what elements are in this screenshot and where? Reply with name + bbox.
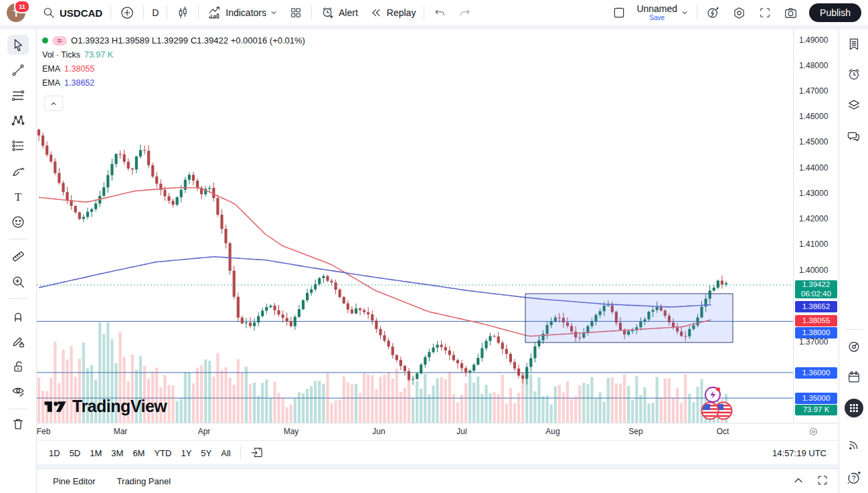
panel-maximize-button[interactable]	[816, 474, 829, 490]
replay-button[interactable]: Replay	[363, 3, 422, 23]
chat-button[interactable]	[844, 126, 864, 146]
quick-search-button[interactable]	[700, 3, 726, 23]
tradingview-app: T 11 USDCAD D Indicators	[0, 0, 868, 493]
price-tick: 1.48000	[799, 61, 828, 70]
remove-drawings-tool[interactable]	[7, 413, 29, 433]
smiley-icon	[11, 215, 25, 229]
chart-style-button[interactable]	[170, 3, 195, 23]
projection-tool[interactable]	[7, 136, 29, 156]
settings-button[interactable]	[726, 3, 752, 23]
ema1-value: 1.38055	[64, 64, 94, 74]
ohlc-open: 1.39323	[78, 35, 109, 45]
month-tick: Jun	[372, 427, 385, 436]
measure-tool[interactable]	[7, 246, 29, 266]
month-tick: Feb	[37, 427, 51, 436]
compare-add-button[interactable]	[114, 3, 141, 23]
trend-line-tool[interactable]	[7, 60, 29, 80]
unlock-icon	[11, 359, 25, 374]
interval-button[interactable]: D	[147, 3, 164, 23]
price-tick: 1.47000	[799, 86, 828, 96]
month-tick: Jul	[456, 427, 466, 436]
range-button-3m[interactable]: 3M	[107, 445, 127, 461]
pattern-tool[interactable]	[7, 110, 29, 130]
emoji-tool[interactable]	[7, 212, 29, 232]
range-button-5y[interactable]: 5Y	[197, 445, 215, 461]
help-button[interactable]: ?	[844, 468, 864, 488]
zoom-in-tool[interactable]	[7, 272, 29, 292]
panel-expand-button[interactable]	[792, 474, 805, 490]
alert-button[interactable]: Alert	[315, 3, 363, 23]
price-tick: 1.40000	[799, 266, 828, 275]
tab-trading-panel[interactable]: Trading Panel	[112, 472, 176, 490]
select-layout-button[interactable]	[607, 3, 631, 23]
range-button-ytd[interactable]: YTD	[150, 445, 175, 461]
pencil-lock-icon	[11, 334, 25, 349]
lock-all-drawings-tool[interactable]	[7, 357, 29, 377]
trend-line-icon	[11, 63, 25, 78]
calendar-button[interactable]	[844, 367, 864, 387]
range-button-1d[interactable]: 1D	[45, 445, 64, 461]
fib-retracement-tool[interactable]	[7, 86, 29, 106]
chart-canvas[interactable]: TradingView ≈ O1.39323 H1.39589 L1.39299…	[37, 29, 793, 423]
cursor-tool[interactable]	[7, 35, 29, 55]
user-avatar[interactable]: T 11	[7, 3, 25, 22]
object-tree-button[interactable]	[844, 95, 864, 115]
go-to-date-icon	[250, 446, 264, 459]
cursor-icon	[11, 37, 25, 52]
apps-menu-button[interactable]	[844, 398, 864, 418]
indicators-icon	[207, 5, 222, 21]
redo-button[interactable]	[452, 3, 478, 23]
layout-templates-button[interactable]	[283, 3, 309, 23]
gear-icon	[808, 426, 819, 437]
price-tick: 1.41000	[799, 239, 828, 249]
screener-button[interactable]	[844, 336, 864, 357]
range-button-1y[interactable]: 1Y	[177, 445, 195, 461]
indicators-button[interactable]: Indicators	[201, 3, 283, 23]
range-button-all[interactable]: All	[217, 445, 234, 461]
layout-square-icon	[612, 6, 626, 19]
alerts-panel-button[interactable]	[844, 64, 864, 84]
fullscreen-button[interactable]	[752, 3, 778, 23]
time-axis[interactable]: FebMarAprMayJunJulAugSepOct	[37, 423, 839, 441]
hide-drawings-tool[interactable]	[7, 381, 29, 401]
undo-button[interactable]	[427, 3, 452, 23]
drawing-mode-lock-tool[interactable]	[7, 331, 29, 351]
screenshot-button[interactable]	[778, 3, 804, 23]
layout-name-button[interactable]: Unnamed Save	[631, 3, 694, 23]
chevron-down-icon	[681, 9, 689, 17]
news-feed-button[interactable]	[844, 435, 864, 455]
magnet-tool[interactable]	[7, 306, 29, 326]
tab-pine-editor[interactable]: Pine Editor	[48, 472, 101, 490]
price-tick: 1.42000	[799, 214, 828, 223]
drawing-toolbar: T	[0, 29, 37, 493]
symbol-name: USDCAD	[60, 7, 102, 19]
go-to-date-button[interactable]	[246, 445, 268, 461]
svg-text:?: ?	[852, 475, 856, 482]
range-button-1m[interactable]: 1M	[86, 445, 106, 461]
text-tool[interactable]: T	[7, 187, 29, 207]
month-tick: Aug	[545, 427, 559, 436]
watchlist-button[interactable]	[844, 34, 864, 54]
legend-ema1-row: EMA 1.38055	[42, 62, 305, 76]
range-button-5d[interactable]: 5D	[66, 445, 85, 461]
month-tick: Mar	[114, 427, 128, 436]
candlestick-icon	[175, 5, 190, 20]
rectangle-drawing[interactable]	[525, 294, 733, 342]
price-label-chip: 1.38652	[795, 301, 837, 312]
notification-badge: 11	[14, 0, 30, 13]
right-sidebar: ?	[839, 29, 868, 493]
range-button-6m[interactable]: 6M	[128, 445, 149, 461]
brush-tool[interactable]	[7, 161, 29, 181]
price-axis[interactable]: 1.490001.480001.470001.460001.450001.440…	[793, 29, 839, 423]
legend-collapse-button[interactable]	[44, 96, 63, 111]
symbol-search-button[interactable]: USDCAD	[36, 3, 108, 23]
clock-utc[interactable]: 14:57:19 UTC	[772, 448, 827, 458]
ema1-label: EMA	[42, 64, 60, 74]
volume-label: Vol · Ticks	[42, 50, 80, 60]
chart-legend: ≈ O1.39323 H1.39589 L1.39299 C1.39422 +0…	[42, 33, 305, 90]
axis-settings-button[interactable]	[808, 426, 819, 440]
fullscreen-icon	[758, 5, 772, 20]
publish-button[interactable]: Publish	[809, 3, 861, 22]
price-label-chip: 73.97 K	[795, 405, 837, 415]
ohlc-high: 1.39589	[118, 35, 149, 45]
